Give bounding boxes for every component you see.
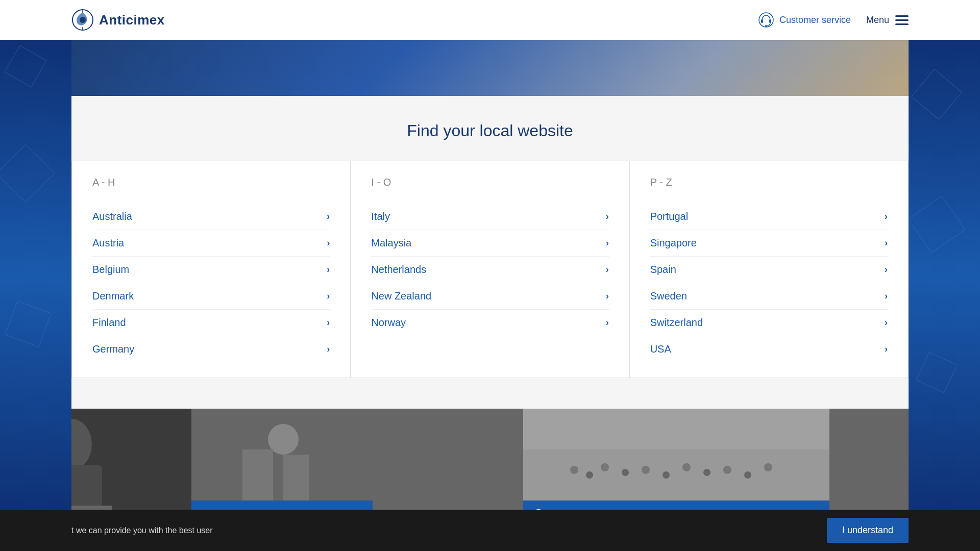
svg-rect-20 xyxy=(191,409,373,500)
right-decoration xyxy=(909,0,980,551)
chevron-right-icon: › xyxy=(606,291,609,302)
country-norway[interactable]: Norway › xyxy=(371,310,608,336)
svg-point-13 xyxy=(765,25,767,27)
logo-text: Anticimex xyxy=(99,12,165,28)
svg-point-39 xyxy=(764,463,772,471)
country-singapore[interactable]: Singapore › xyxy=(650,230,888,257)
header: Anticimex Customer service Menu xyxy=(0,0,980,40)
country-name: Finland xyxy=(92,317,126,329)
svg-point-31 xyxy=(601,463,609,471)
chevron-right-icon: › xyxy=(885,344,888,355)
section-title: Find your local website xyxy=(71,121,909,140)
country-austria[interactable]: Austria › xyxy=(92,230,330,257)
country-portugal[interactable]: Portugal › xyxy=(650,204,888,230)
country-germany[interactable]: Germany › xyxy=(92,336,330,362)
column-header-p-z: P - Z xyxy=(650,177,888,193)
country-name: Austria xyxy=(92,237,124,249)
country-grid: A - H Australia › Austria › Belgium › De… xyxy=(71,161,909,378)
country-sweden[interactable]: Sweden › xyxy=(650,283,888,310)
country-denmark[interactable]: Denmark › xyxy=(92,283,330,310)
chevron-right-icon: › xyxy=(327,264,330,275)
country-name: Australia xyxy=(92,211,132,222)
column-header-i-o: I - O xyxy=(371,177,608,193)
svg-rect-4 xyxy=(909,196,965,253)
anticimex-logo-icon xyxy=(71,9,94,31)
svg-rect-28 xyxy=(523,409,829,449)
chevron-right-icon: › xyxy=(885,291,888,302)
svg-point-34 xyxy=(663,471,670,479)
country-switzerland[interactable]: Switzerland › xyxy=(650,310,888,336)
chevron-right-icon: › xyxy=(327,291,330,302)
customer-service-button[interactable]: Customer service xyxy=(758,12,851,28)
country-belgium[interactable]: Belgium › xyxy=(92,257,330,283)
country-name: New Zealand xyxy=(371,290,431,302)
cookie-text: t we can provide you with the best user xyxy=(71,526,213,535)
country-name: Malaysia xyxy=(371,237,411,249)
chevron-right-icon: › xyxy=(327,317,330,328)
country-name: Netherlands xyxy=(371,264,426,276)
svg-point-30 xyxy=(586,471,593,479)
svg-rect-3 xyxy=(912,69,962,120)
country-new-zealand[interactable]: New Zealand › xyxy=(371,283,608,310)
svg-point-36 xyxy=(703,469,710,476)
svg-point-10 xyxy=(759,13,773,27)
main-content: Find your local website A - H Australia … xyxy=(0,96,980,409)
chevron-right-icon: › xyxy=(606,264,609,275)
svg-rect-1 xyxy=(0,144,55,202)
logo[interactable]: Anticimex xyxy=(71,9,165,31)
header-actions: Customer service Menu xyxy=(758,12,909,28)
chevron-right-icon: › xyxy=(606,238,609,248)
svg-point-38 xyxy=(744,471,751,479)
svg-rect-0 xyxy=(5,45,46,87)
chevron-right-icon: › xyxy=(606,317,609,328)
svg-point-35 xyxy=(682,463,691,471)
chevron-right-icon: › xyxy=(327,344,330,355)
svg-point-33 xyxy=(642,466,650,474)
svg-rect-12 xyxy=(769,19,771,23)
country-italy[interactable]: Italy › xyxy=(371,204,608,230)
chevron-right-icon: › xyxy=(885,264,888,275)
country-usa[interactable]: USA › xyxy=(650,336,888,362)
country-malaysia[interactable]: Malaysia › xyxy=(371,230,608,257)
country-finland[interactable]: Finland › xyxy=(92,310,330,336)
chevron-right-icon: › xyxy=(327,211,330,222)
chevron-right-icon: › xyxy=(885,211,888,222)
country-name: Denmark xyxy=(92,290,134,302)
country-name: Norway xyxy=(371,317,406,329)
country-name: USA xyxy=(650,343,671,355)
chevron-right-icon: › xyxy=(885,317,888,328)
svg-rect-23 xyxy=(283,455,309,500)
chevron-right-icon: › xyxy=(885,238,888,248)
left-decoration xyxy=(0,0,71,551)
country-name: Italy xyxy=(371,211,390,222)
column-i-o: I - O Italy › Malaysia › Netherlands › N… xyxy=(351,161,629,378)
country-name: Sweden xyxy=(650,290,687,302)
cookie-understand-button[interactable]: I understand xyxy=(827,518,909,543)
hamburger-icon xyxy=(895,15,909,25)
column-header-a-h: A - H xyxy=(92,177,330,193)
country-spain[interactable]: Spain › xyxy=(650,257,888,283)
customer-service-label: Customer service xyxy=(779,15,851,26)
menu-button[interactable]: Menu xyxy=(866,15,909,26)
svg-rect-22 xyxy=(242,449,273,500)
svg-point-37 xyxy=(723,466,731,474)
country-australia[interactable]: Australia › xyxy=(92,204,330,230)
country-name: Singapore xyxy=(650,237,697,249)
svg-point-29 xyxy=(570,466,578,474)
svg-point-7 xyxy=(80,17,86,23)
cookie-banner: t we can provide you with the best user … xyxy=(0,510,980,551)
column-a-h: A - H Australia › Austria › Belgium › De… xyxy=(72,161,351,378)
country-name: Belgium xyxy=(92,264,129,276)
customer-service-icon xyxy=(758,12,774,28)
menu-label: Menu xyxy=(866,15,889,26)
column-p-z: P - Z Portugal › Singapore › Spain › Swe… xyxy=(630,161,908,378)
chevron-right-icon: › xyxy=(327,238,330,248)
country-netherlands[interactable]: Netherlands › xyxy=(371,257,608,283)
svg-rect-11 xyxy=(761,19,763,23)
svg-rect-2 xyxy=(5,301,51,347)
country-name: Portugal xyxy=(650,211,689,222)
svg-rect-5 xyxy=(916,352,957,393)
country-name: Germany xyxy=(92,343,134,355)
country-name: Switzerland xyxy=(650,317,703,329)
hero-banner xyxy=(0,40,980,96)
